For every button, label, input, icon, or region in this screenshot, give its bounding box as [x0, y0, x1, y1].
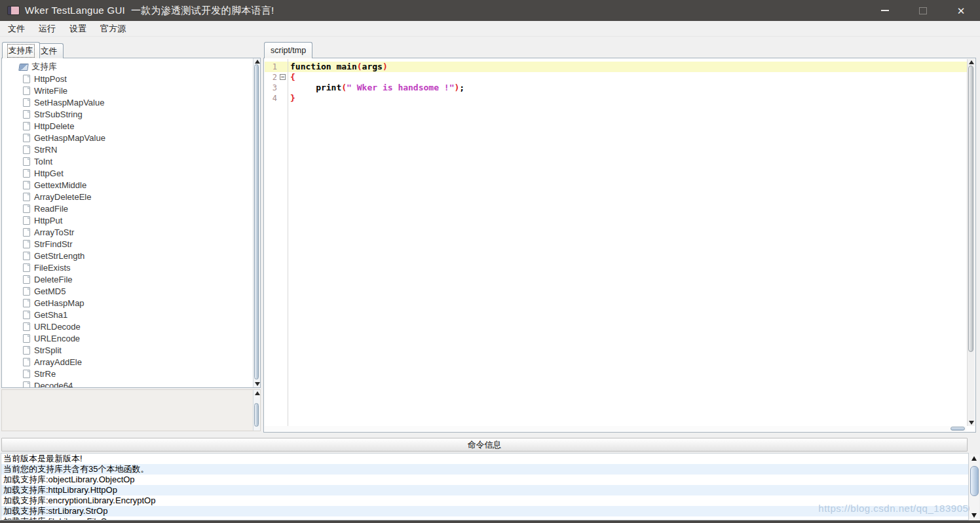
- scroll-down-icon[interactable]: [969, 421, 974, 425]
- minimize-button[interactable]: [866, 0, 904, 21]
- close-button[interactable]: ✕: [942, 0, 980, 21]
- minimize-icon: [881, 10, 889, 11]
- fold-column: [279, 93, 288, 104]
- document-icon: [23, 181, 30, 189]
- tree-item-httpget[interactable]: HttpGet: [2, 167, 260, 179]
- tree-item-strsubstring[interactable]: StrSubString: [2, 108, 260, 120]
- code-segment: args: [362, 62, 383, 71]
- folded-corner: [28, 98, 30, 101]
- document-icon: [23, 75, 30, 83]
- menu-item-settings[interactable]: 设置: [64, 22, 92, 36]
- code-line-1[interactable]: 1function main(args): [265, 62, 967, 72]
- tree-item-deletefile[interactable]: DeleteFile: [2, 273, 260, 285]
- lower-scrollbar-thumb[interactable]: [254, 403, 259, 427]
- editor-vertical-scrollbar[interactable]: [967, 59, 975, 426]
- document-icon: [23, 134, 30, 142]
- tree-item-gethaspmapvalue[interactable]: GetHaspMapValue: [2, 132, 260, 144]
- fold-toggle[interactable]: −: [279, 72, 288, 83]
- tree-item-label: URLDecode: [34, 322, 81, 332]
- scroll-up-icon[interactable]: [971, 456, 977, 461]
- line-number: 3: [265, 83, 279, 93]
- scroll-up-icon[interactable]: [255, 60, 260, 64]
- tree-item-gettextmiddle[interactable]: GettextMiddle: [2, 179, 260, 191]
- lower-panel-scrollbar[interactable]: [253, 390, 260, 431]
- tree-item-fileexists[interactable]: FileExists: [2, 262, 260, 273]
- code-line-3[interactable]: 3 print(" Wker is handsome !");: [265, 83, 967, 93]
- scroll-up-icon[interactable]: [969, 60, 974, 64]
- folded-corner: [28, 252, 30, 254]
- editor-hscrollbar-thumb[interactable]: [951, 427, 965, 431]
- tree-scrollbar[interactable]: [253, 58, 260, 387]
- document-icon: [23, 346, 30, 355]
- tree-item-readfile[interactable]: ReadFile: [2, 203, 260, 214]
- menu-item-file[interactable]: 文件: [3, 22, 30, 36]
- tree-item-toint[interactable]: ToInt: [2, 155, 260, 167]
- folded-corner: [28, 157, 30, 160]
- close-icon: ✕: [957, 6, 966, 16]
- tree-scrollbar-thumb[interactable]: [254, 64, 259, 379]
- tree-item-httpdelete[interactable]: HttpDelete: [2, 120, 260, 132]
- document-icon: [23, 263, 30, 272]
- tree-item-httpput[interactable]: HttpPut: [2, 214, 260, 226]
- tree-item-httppost[interactable]: HttpPost: [2, 73, 260, 85]
- code-segment: print: [290, 83, 341, 92]
- document-icon: [23, 287, 30, 296]
- maximize-button[interactable]: [904, 0, 942, 21]
- code-segment: {: [290, 72, 295, 82]
- document-icon: [23, 252, 30, 260]
- document-icon: [23, 370, 30, 378]
- scroll-up-icon[interactable]: [255, 391, 260, 395]
- tree-item-arrayaddele[interactable]: ArrayAddEle: [2, 356, 260, 368]
- scroll-down-icon[interactable]: [971, 513, 977, 518]
- tree-item-getmd5[interactable]: GetMD5: [2, 285, 260, 297]
- code-line-2[interactable]: 2−{: [265, 72, 967, 83]
- tab-script-tmp[interactable]: script/tmp: [264, 42, 312, 58]
- menu-item-run[interactable]: 运行: [33, 22, 61, 36]
- tree-item-strrn[interactable]: StrRN: [2, 144, 260, 155]
- tree-item-strsplit[interactable]: StrSplit: [2, 344, 260, 356]
- tree-item-list: HttpPostWriteFileSetHaspMapValueStrSubSt…: [2, 73, 260, 388]
- tree-item-arraydeleteele[interactable]: ArrayDeleteEle: [2, 191, 260, 203]
- folded-corner: [28, 346, 30, 349]
- tab-label: 文件: [41, 46, 57, 57]
- tree-item-label: GetHaspMapValue: [34, 133, 105, 143]
- tab-support-library[interactable]: 支持库: [2, 42, 40, 58]
- tree-item-urldecode[interactable]: URLDecode: [2, 320, 260, 332]
- console-log-row: 加载支持库:httpLibrary.HttpOp: [1, 485, 968, 495]
- tree-item-sethaspmapvalue[interactable]: SetHaspMapValue: [2, 96, 260, 108]
- fold-column: [279, 62, 288, 72]
- code-segment: (: [357, 62, 362, 71]
- menubar: 文件 运行 设置 官方源: [0, 21, 980, 37]
- editor-scrollbar-thumb[interactable]: [968, 66, 973, 352]
- code-segment: function main: [290, 62, 357, 71]
- tree-item-label: GetMD5: [34, 286, 66, 296]
- tree-item-urlencode[interactable]: URLEncode: [2, 332, 260, 344]
- tree-item-strre[interactable]: StrRe: [2, 368, 260, 379]
- code-line-4[interactable]: 4}: [265, 93, 967, 104]
- code-editor[interactable]: 1function main(args)2−{3 print(" Wker is…: [265, 59, 967, 426]
- fold-collapse-icon[interactable]: −: [280, 74, 286, 80]
- code-text: {: [288, 72, 295, 83]
- folded-corner: [28, 275, 30, 278]
- tree-item-gethaspmap[interactable]: GetHaspMap: [2, 297, 260, 309]
- scroll-down-icon[interactable]: [255, 382, 260, 386]
- tree-item-strfindstr[interactable]: StrFindStr: [2, 238, 260, 250]
- tree-item-getsha1[interactable]: GetSha1: [2, 309, 260, 320]
- left-lower-panel: [1, 389, 261, 431]
- tree-root-support-library[interactable]: 支持库: [2, 61, 260, 73]
- code-segment: ): [383, 62, 388, 71]
- console-header: 命令信息: [1, 438, 968, 452]
- tab-row: 支持库 文件 script/tmp: [0, 37, 980, 58]
- console-scrollbar-thumb[interactable]: [970, 466, 979, 496]
- menu-item-official-source[interactable]: 官方源: [95, 22, 131, 36]
- folded-corner: [28, 263, 30, 266]
- console-scrollbar[interactable]: [970, 454, 979, 520]
- tree-item-getstrlength[interactable]: GetStrLength: [2, 250, 260, 262]
- tree-item-arraytostr[interactable]: ArrayToStr: [2, 226, 260, 238]
- tree-item-decode64[interactable]: Decode64: [2, 379, 260, 388]
- console-log-row: 当前您的支持库共含有35个本地函数。: [1, 464, 968, 475]
- document-icon: [23, 322, 30, 331]
- tree-item-writefile[interactable]: WriteFile: [2, 85, 260, 96]
- document-icon: [23, 169, 30, 178]
- editor-horizontal-scrollbar[interactable]: [265, 426, 966, 431]
